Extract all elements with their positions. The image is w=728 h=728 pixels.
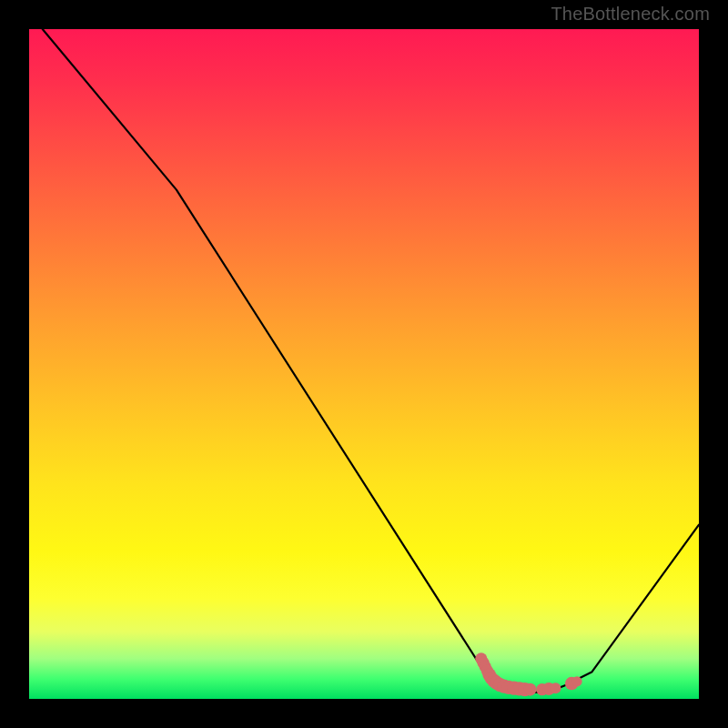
curve-path [43,29,699,693]
plot-area [29,29,699,699]
watermark-text: TheBottleneck.com [551,4,710,25]
scatter-points [475,652,582,696]
scatter-point [571,676,581,686]
scatter-point [524,683,537,696]
chart-svg [29,29,699,699]
scatter-point [551,682,561,693]
